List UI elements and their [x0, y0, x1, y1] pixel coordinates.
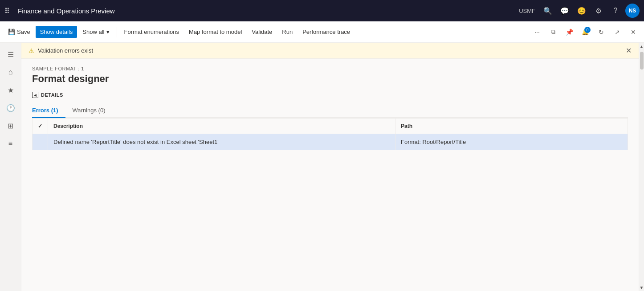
map-format-button[interactable]: Map format to model	[184, 26, 246, 38]
waffle-icon[interactable]: ⠿	[4, 7, 10, 15]
error-tabs: Errors (1) Warnings (0)	[32, 103, 628, 118]
check-icon: ✓	[38, 123, 42, 129]
scroll-up-button[interactable]: ▲	[639, 43, 644, 50]
environment-label: USMF	[519, 8, 535, 14]
scroll-thumb[interactable]	[640, 52, 644, 70]
content-area: ⚠ Validation errors exist ✕ SAMPLE FORMA…	[21, 43, 639, 291]
nav-home-icon[interactable]: ⌂	[3, 64, 19, 80]
tab-warnings[interactable]: Warnings (0)	[73, 103, 113, 118]
nav-workspaces-icon[interactable]: ⊞	[3, 118, 19, 134]
validation-banner: ⚠ Validation errors exist ✕	[21, 43, 639, 59]
chevron-down-icon: ▾	[106, 29, 110, 35]
compare-button[interactable]: ⧉	[546, 25, 560, 39]
show-all-button[interactable]: Show all ▾	[78, 26, 114, 38]
description-column-header: Description	[48, 119, 395, 134]
check-column-header: ✓	[33, 119, 48, 134]
search-icon[interactable]: 🔍	[541, 4, 555, 18]
row-description: Defined name 'ReportTitle' does not exis…	[48, 134, 395, 150]
top-bar-right: USMF 🔍 💬 😊 ⚙ ? NS	[519, 4, 640, 18]
avatar[interactable]: NS	[625, 4, 640, 18]
more-options-button[interactable]: ···	[530, 25, 544, 39]
message-icon[interactable]: 💬	[558, 4, 572, 18]
banner-close-button[interactable]: ✕	[626, 46, 632, 55]
nav-modules-icon[interactable]: ≡	[3, 135, 19, 152]
save-button[interactable]: 💾 Save	[4, 26, 35, 38]
notification-count: 0	[584, 27, 591, 33]
warning-icon: ⚠	[29, 47, 34, 54]
open-external-button[interactable]: ↗	[610, 25, 624, 39]
scroll-down-button[interactable]: ▼	[639, 284, 644, 291]
nav-hamburger-icon[interactable]: ☰	[3, 46, 19, 62]
table-row[interactable]: Defined name 'ReportTitle' does not exis…	[33, 134, 628, 150]
page-title: Format designer	[32, 73, 628, 85]
nav-recent-icon[interactable]: 🕐	[3, 100, 19, 116]
save-icon: 💾	[8, 29, 15, 35]
sample-format-label: SAMPLE FORMAT : 1	[32, 66, 628, 71]
nav-favorites-icon[interactable]: ★	[3, 82, 19, 98]
toolbar-right-actions: ··· ⧉ 📌 🔔 0 ↻ ↗ ✕	[530, 25, 640, 39]
format-enumerations-button[interactable]: Format enumerations	[120, 26, 184, 38]
right-scrollbar[interactable]: ▲ ▼	[639, 43, 644, 291]
performance-trace-button[interactable]: Performance trace	[298, 26, 355, 38]
close-button[interactable]: ✕	[626, 25, 640, 39]
path-column-header: Path	[395, 119, 628, 134]
top-nav-bar: ⠿ Finance and Operations Preview USMF 🔍 …	[0, 0, 644, 21]
page-content: SAMPLE FORMAT : 1 Format designer ◄ DETA…	[21, 59, 639, 291]
validate-button[interactable]: Validate	[247, 26, 277, 38]
separator-1	[117, 27, 117, 37]
left-navigation: ☰ ⌂ ★ 🕐 ⊞ ≡	[0, 43, 21, 291]
details-toggle-icon[interactable]: ◄	[32, 92, 38, 98]
row-path: Format: Root/Report/Title	[395, 134, 628, 150]
help-icon[interactable]: ?	[608, 4, 623, 18]
details-label: DETAILS	[41, 92, 63, 98]
tab-errors[interactable]: Errors (1)	[32, 103, 65, 118]
refresh-button[interactable]: ↻	[594, 25, 608, 39]
emoji-icon[interactable]: 😊	[575, 4, 589, 18]
app-title: Finance and Operations Preview	[18, 7, 515, 15]
main-layout: ☰ ⌂ ★ 🕐 ⊞ ≡ ⚠ Validation errors exist ✕ …	[0, 43, 644, 291]
action-toolbar: 💾 Save Show details Show all ▾ Format en…	[0, 21, 644, 43]
show-details-button[interactable]: Show details	[36, 26, 77, 38]
pin-button[interactable]: 📌	[562, 25, 576, 39]
row-check	[33, 134, 48, 150]
settings-icon[interactable]: ⚙	[591, 4, 606, 18]
run-button[interactable]: Run	[277, 26, 297, 38]
validation-message: Validation errors exist	[38, 47, 93, 54]
notification-button[interactable]: 🔔 0	[578, 25, 592, 39]
error-table: ✓ Description Path Defined name 'ReportT…	[32, 118, 628, 150]
details-header[interactable]: ◄ DETAILS	[32, 92, 628, 98]
